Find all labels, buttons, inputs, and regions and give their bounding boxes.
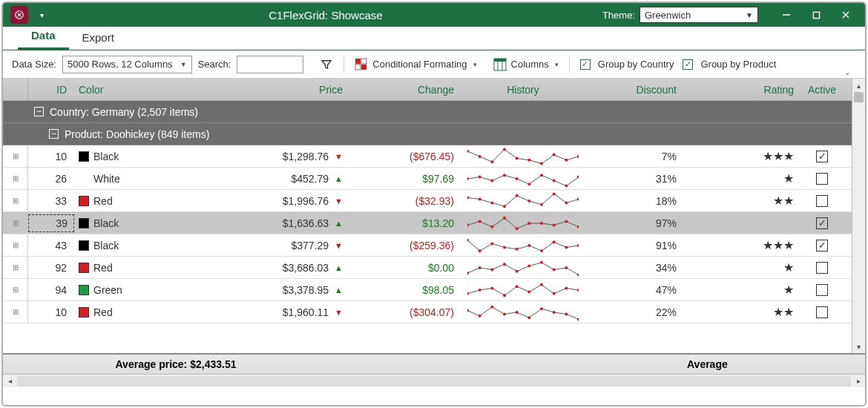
group-row-product-label: Product: Doohickey (849 items) xyxy=(65,128,209,140)
scroll-thumb[interactable] xyxy=(854,92,864,102)
cell-change: ($304.07) xyxy=(349,301,460,323)
color-swatch xyxy=(79,240,89,251)
expand-icon[interactable]: ⊞ xyxy=(3,257,28,278)
cell-active-checkbox[interactable] xyxy=(801,301,843,323)
svg-point-79 xyxy=(540,283,543,286)
svg-point-39 xyxy=(540,203,543,205)
scroll-down-icon[interactable]: ▾ xyxy=(852,340,865,353)
tab-data[interactable]: Data xyxy=(18,24,69,50)
scroll-track[interactable] xyxy=(17,376,851,386)
table-row[interactable]: ⊞43Black$377.29 ▼($259.36)91%★★★✓ xyxy=(3,234,865,257)
qat-dropdown-icon[interactable]: ▾ xyxy=(34,7,49,22)
table-row[interactable]: ⊞10Black$1,298.76 ▼($676.45)7%★★★✓ xyxy=(3,145,865,168)
svg-point-66 xyxy=(503,263,506,266)
cell-discount: 97% xyxy=(586,212,690,234)
cell-active-checkbox[interactable] xyxy=(801,168,843,189)
color-swatch xyxy=(79,285,89,295)
expand-icon[interactable]: ⊞ xyxy=(3,190,28,211)
svg-point-24 xyxy=(479,175,481,178)
group-by-product-checkbox[interactable]: ✓ Group by Product xyxy=(681,57,777,71)
svg-point-58 xyxy=(527,244,530,247)
scroll-up-icon[interactable]: ▴ xyxy=(852,79,865,92)
svg-point-45 xyxy=(490,225,493,228)
group-row-product[interactable]: − Product: Doohickey (849 items) xyxy=(3,123,865,145)
cell-active-checkbox[interactable] xyxy=(801,190,843,211)
minimize-button[interactable] xyxy=(772,4,801,25)
scroll-right-icon[interactable]: ▸ xyxy=(852,375,865,388)
svg-point-47 xyxy=(516,227,519,230)
cell-id: 43 xyxy=(28,234,74,256)
table-row[interactable]: ⊞94Green$3,378.95 ▲$98.0547%★ xyxy=(3,279,865,301)
col-header-history[interactable]: History xyxy=(460,79,586,100)
cell-color: Red xyxy=(74,301,193,323)
svg-point-88 xyxy=(527,316,530,319)
table-row[interactable]: ⊞10Red$1,960.11 ▼($304.07)22%★★ xyxy=(3,301,865,323)
group-by-country-checkbox[interactable]: ✓ Group by Country xyxy=(579,57,676,71)
svg-point-82 xyxy=(577,289,579,292)
cell-history xyxy=(460,190,586,211)
horizontal-scrollbar[interactable]: ◂ ▸ xyxy=(3,374,865,387)
svg-point-44 xyxy=(479,220,481,223)
table-row[interactable]: ⊞39Black$1,636.63 ▲$13.2097%✓ xyxy=(3,212,865,234)
expand-icon[interactable]: ⊞ xyxy=(3,301,28,323)
svg-point-60 xyxy=(553,240,556,243)
collapse-icon[interactable]: − xyxy=(34,107,44,116)
cell-active-checkbox[interactable]: ✓ xyxy=(801,145,843,167)
maximize-button[interactable] xyxy=(801,4,831,25)
expand-icon[interactable]: ⊞ xyxy=(3,145,28,167)
table-row[interactable]: ⊞92Red$3,686.03 ▲$0.0034%★ xyxy=(3,257,865,279)
svg-point-16 xyxy=(503,148,506,151)
cell-discount: 34% xyxy=(586,257,690,278)
expand-icon[interactable]: ⊞ xyxy=(3,212,28,234)
close-button[interactable] xyxy=(831,4,861,25)
svg-rect-7 xyxy=(355,65,361,70)
col-header-change[interactable]: Change xyxy=(349,79,460,100)
expand-icon[interactable]: ⊞ xyxy=(3,279,28,300)
cell-discount: 91% xyxy=(586,234,690,256)
table-row[interactable]: ⊞33Red$1,996.76 ▼($32.93)18%★★ xyxy=(3,190,865,212)
col-header-rating[interactable]: Rating xyxy=(690,79,801,100)
cell-active-checkbox[interactable] xyxy=(801,257,843,278)
col-header-active[interactable]: Active xyxy=(801,79,843,100)
cell-price: $1,996.76 ▼ xyxy=(193,190,349,211)
cell-color: Black xyxy=(74,145,193,167)
col-header-color[interactable]: Color xyxy=(74,79,193,100)
app-logo-icon xyxy=(10,6,28,24)
cell-active-checkbox[interactable]: ✓ xyxy=(801,234,843,256)
vertical-scrollbar[interactable]: ▴ ▾ xyxy=(852,79,865,353)
theme-select[interactable]: Greenwich ▼ xyxy=(640,7,758,23)
expand-header xyxy=(3,79,28,100)
col-header-id[interactable]: ID xyxy=(28,79,74,100)
conditional-formatting-button[interactable]: Conditional Formating ▾ xyxy=(353,56,478,73)
col-header-discount[interactable]: Discount xyxy=(586,79,690,100)
expand-icon[interactable]: ⊞ xyxy=(3,234,28,256)
svg-point-49 xyxy=(540,222,543,225)
svg-point-25 xyxy=(490,179,493,182)
cell-active-checkbox[interactable] xyxy=(801,279,843,300)
cell-rating: ★★★ xyxy=(690,145,801,167)
col-header-price[interactable]: Price xyxy=(193,79,349,100)
filter-button[interactable] xyxy=(318,56,335,73)
search-input[interactable] xyxy=(237,56,303,73)
svg-point-14 xyxy=(479,155,481,158)
arrow-down-icon: ▼ xyxy=(335,241,343,250)
cell-change: ($676.45) xyxy=(349,145,460,167)
group-row-country[interactable]: − Country: Germany (2,507 items) xyxy=(3,101,865,123)
table-row[interactable]: ⊞26White$452.79 ▲$97.6931%★ xyxy=(3,168,865,190)
tab-export[interactable]: Export xyxy=(69,27,128,50)
svg-point-55 xyxy=(490,242,493,245)
ribbon-collapse-icon[interactable]: ⌄ xyxy=(844,68,850,76)
app-window: ▾ C1FlexGrid: Showcase Theme: Greenwich … xyxy=(1,1,867,407)
scroll-left-icon[interactable]: ◂ xyxy=(3,375,16,388)
svg-point-50 xyxy=(553,223,556,226)
expand-icon[interactable]: ⊞ xyxy=(3,168,28,189)
collapse-icon[interactable]: − xyxy=(49,129,59,139)
columns-button[interactable]: Columns ▾ xyxy=(492,56,560,73)
data-size-select[interactable]: 5000 Rows, 12 Columns ▼ xyxy=(62,56,192,73)
cell-active-checkbox[interactable]: ✓ xyxy=(801,212,843,234)
chevron-down-icon: ▼ xyxy=(180,61,187,68)
svg-point-13 xyxy=(467,149,469,152)
columns-label: Columns xyxy=(511,59,549,70)
data-size-value: 5000 Rows, 12 Columns xyxy=(68,59,173,70)
cell-id: 26 xyxy=(28,168,74,189)
